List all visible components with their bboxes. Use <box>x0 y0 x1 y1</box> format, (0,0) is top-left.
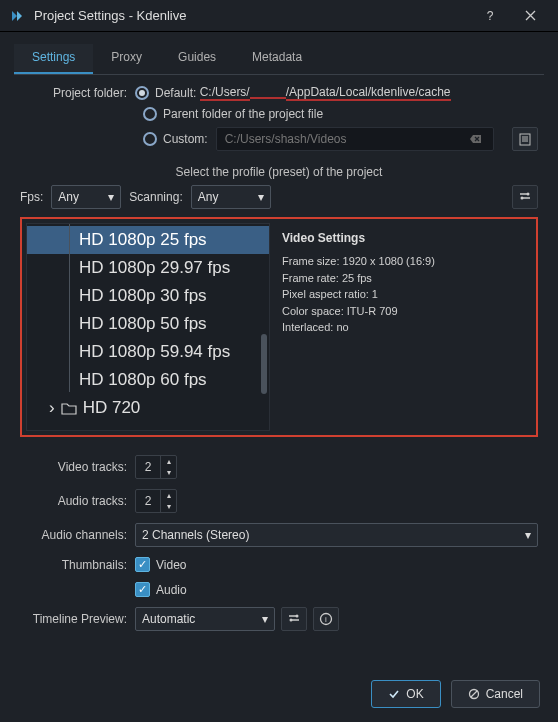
frame-size: Frame size: 1920 x 1080 (16:9) <box>282 253 524 270</box>
radio-default[interactable] <box>135 86 149 100</box>
profile-item[interactable]: HD 1080p 60 fps <box>27 366 269 394</box>
profile-area: HD 1080p 25 fps HD 1080p 29.97 fps HD 10… <box>20 217 538 437</box>
video-settings-panel: Video Settings Frame size: 1920 x 1080 (… <box>274 223 532 431</box>
thumbnails-audio-label: Audio <box>156 583 187 597</box>
video-tracks-spinner[interactable]: 2 ▴▾ <box>135 455 177 479</box>
profile-item[interactable]: HD 1080p 30 fps <box>27 282 269 310</box>
ok-button[interactable]: OK <box>371 680 440 708</box>
scanning-label: Scanning: <box>129 190 182 204</box>
clear-icon[interactable] <box>470 133 482 145</box>
spin-down-icon[interactable]: ▾ <box>161 501 176 512</box>
tab-guides[interactable]: Guides <box>160 44 234 74</box>
spin-up-icon[interactable]: ▴ <box>161 490 176 501</box>
profile-item[interactable]: HD 1080p 29.97 fps <box>27 254 269 282</box>
fps-label: Fps: <box>20 190 43 204</box>
window-title: Project Settings - Kdenlive <box>34 8 470 23</box>
app-icon <box>10 8 26 24</box>
profile-caption: Select the profile (preset) of the proje… <box>20 165 538 179</box>
video-tracks-label: Video tracks: <box>20 460 135 474</box>
help-button[interactable]: ? <box>470 2 510 30</box>
video-settings-heading: Video Settings <box>282 229 524 247</box>
project-folder-label: Project folder: <box>20 86 135 100</box>
svg-point-3 <box>296 615 299 618</box>
thumbnails-audio-checkbox[interactable]: ✓ <box>135 582 150 597</box>
profile-item[interactable]: HD 1080p 50 fps <box>27 310 269 338</box>
thumbnails-label: Thumbnails: <box>20 558 135 572</box>
scanning-select[interactable]: Any▾ <box>191 185 271 209</box>
audio-channels-label: Audio channels: <box>20 528 135 542</box>
timeline-preview-select[interactable]: Automatic▾ <box>135 607 275 631</box>
spin-up-icon[interactable]: ▴ <box>161 456 176 467</box>
preview-info-button[interactable]: i <box>313 607 339 631</box>
spin-down-icon[interactable]: ▾ <box>161 467 176 478</box>
check-icon <box>388 688 400 700</box>
profile-item[interactable]: HD 1080p 25 fps <box>27 226 269 254</box>
parent-folder-label: Parent folder of the project file <box>163 107 323 121</box>
tab-metadata[interactable]: Metadata <box>234 44 320 74</box>
thumbnails-video-label: Video <box>156 558 186 572</box>
default-path-masked <box>250 87 286 99</box>
chevron-right-icon: › <box>49 398 55 418</box>
radio-custom[interactable] <box>143 132 157 146</box>
audio-tracks-label: Audio tracks: <box>20 494 135 508</box>
radio-parent[interactable] <box>143 107 157 121</box>
pixel-aspect: Pixel aspect ratio: 1 <box>282 286 524 303</box>
profile-group[interactable]: › HD 720 <box>27 394 269 422</box>
audio-tracks-spinner[interactable]: 2 ▴▾ <box>135 489 177 513</box>
profile-tree[interactable]: HD 1080p 25 fps HD 1080p 29.97 fps HD 10… <box>26 223 270 431</box>
color-space: Color space: ITU-R 709 <box>282 303 524 320</box>
filter-button[interactable] <box>512 185 538 209</box>
fps-select[interactable]: Any▾ <box>51 185 121 209</box>
audio-channels-select[interactable]: 2 Channels (Stereo)▾ <box>135 523 538 547</box>
svg-text:i: i <box>325 615 327 624</box>
frame-rate: Frame rate: 25 fps <box>282 270 524 287</box>
browse-button[interactable] <box>512 127 538 151</box>
folder-icon <box>61 402 77 415</box>
titlebar: Project Settings - Kdenlive ? <box>0 0 558 32</box>
interlaced: Interlaced: no <box>282 319 524 336</box>
tab-settings[interactable]: Settings <box>14 44 93 74</box>
default-path-pre: C:/Users/ <box>200 85 250 101</box>
tabs-bar: Settings Proxy Guides Metadata <box>14 44 544 75</box>
tab-proxy[interactable]: Proxy <box>93 44 160 74</box>
dialog-footer: OK Cancel <box>371 680 540 708</box>
svg-point-4 <box>290 619 293 622</box>
scrollbar[interactable] <box>261 334 267 394</box>
svg-point-1 <box>527 193 530 196</box>
close-button[interactable] <box>510 2 550 30</box>
svg-point-2 <box>521 197 524 200</box>
custom-path-input[interactable] <box>216 127 494 151</box>
default-label: Default: <box>155 86 196 100</box>
custom-label: Custom: <box>163 132 208 146</box>
cancel-button[interactable]: Cancel <box>451 680 540 708</box>
preview-settings-button[interactable] <box>281 607 307 631</box>
thumbnails-video-checkbox[interactable]: ✓ <box>135 557 150 572</box>
cancel-icon <box>468 688 480 700</box>
default-path-post: /AppData/Local/kdenlive/cache <box>286 85 451 101</box>
profile-item[interactable]: HD 1080p 59.94 fps <box>27 338 269 366</box>
timeline-preview-label: Timeline Preview: <box>20 612 135 626</box>
